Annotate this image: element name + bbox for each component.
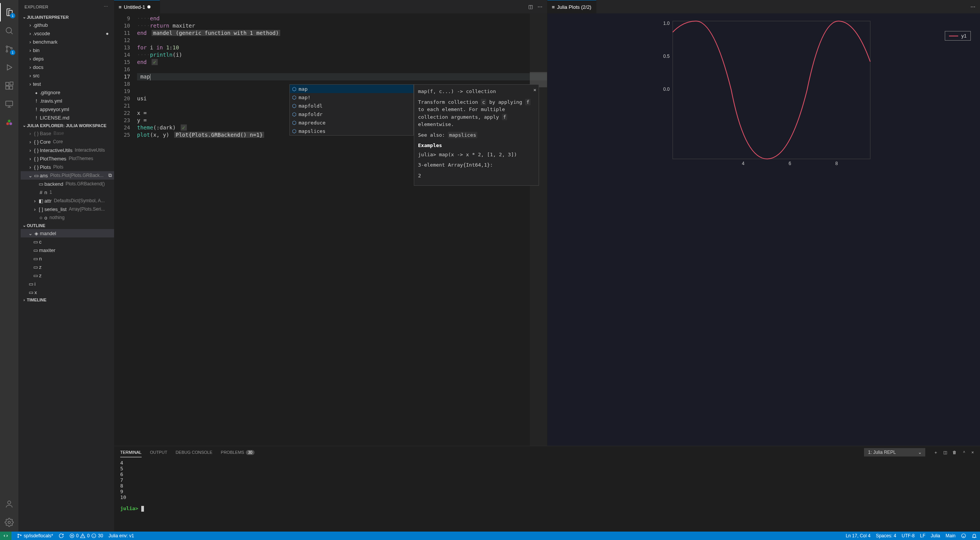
folder-test[interactable]: ›test bbox=[21, 80, 114, 88]
minimap[interactable] bbox=[530, 13, 547, 446]
preview-icon: ≡ bbox=[552, 4, 555, 10]
ws-base[interactable]: ›{ }BaseBase bbox=[21, 129, 114, 137]
outline-c[interactable]: ▭c bbox=[21, 237, 114, 246]
ws-ans[interactable]: ⌄▭ansPlots.Plot{Plots.GRBack...⧉ bbox=[21, 171, 114, 180]
file-gitignore[interactable]: ⬥.gitignore bbox=[21, 88, 114, 97]
ws-ans-attr[interactable]: ›◧attrDefaultsDict{Symbol, A... bbox=[21, 196, 114, 205]
ws-ans-backend[interactable]: ▭backendPlots.GRBackend() bbox=[21, 180, 114, 188]
folder-github[interactable]: ›.github bbox=[21, 21, 114, 29]
file-license[interactable]: !LICENSE.md bbox=[21, 113, 114, 122]
accounts-icon[interactable] bbox=[0, 495, 18, 513]
cursor-position[interactable]: Ln 17, Col 4 bbox=[846, 533, 871, 538]
file-travis[interactable]: !.travis.yml bbox=[21, 97, 114, 105]
ws-ans-n[interactable]: #n1 bbox=[21, 188, 114, 196]
close-panel-icon[interactable]: × bbox=[972, 450, 974, 455]
svg-text:0.5: 0.5 bbox=[663, 54, 670, 59]
terminal-selector[interactable]: 1: Julia REPL⌄ bbox=[864, 448, 925, 457]
tab-terminal[interactable]: TERMINAL bbox=[120, 448, 142, 457]
outline-z1[interactable]: ▭z bbox=[21, 263, 114, 271]
tab-untitled[interactable]: ≡ Untitled-1 bbox=[114, 0, 160, 13]
explorer-icon[interactable]: 1 bbox=[0, 3, 18, 21]
notifications-icon[interactable] bbox=[972, 533, 977, 538]
julia-env[interactable]: Julia env: v1 bbox=[108, 533, 134, 538]
workspace-section[interactable]: ⌄ JULIA EXPLORER: JULIA WORKSPACE bbox=[18, 122, 114, 129]
folder-src[interactable]: ›src bbox=[21, 71, 114, 80]
tab-output[interactable]: OUTPUT bbox=[150, 448, 167, 457]
julia-icon[interactable] bbox=[0, 113, 18, 132]
feedback-icon[interactable] bbox=[961, 533, 966, 538]
remote-indicator[interactable] bbox=[0, 532, 11, 540]
file-appveyor[interactable]: !appveyor.yml bbox=[21, 105, 114, 113]
run-debug-icon[interactable] bbox=[0, 58, 18, 77]
ws-ans-o[interactable]: ○onothing bbox=[21, 213, 114, 222]
sidebar-title: EXPLORER ⋯ bbox=[18, 0, 114, 13]
ws-plots[interactable]: ›{ }PlotsPlots bbox=[21, 163, 114, 171]
suggest-item[interactable]: ⬡map! bbox=[290, 93, 413, 101]
folder-benchmark[interactable]: ›benchmark bbox=[21, 38, 114, 46]
outline-i[interactable]: ▭i bbox=[21, 280, 114, 288]
copy-icon[interactable]: ⧉ bbox=[108, 172, 112, 178]
folder-bin[interactable]: ›bin bbox=[21, 46, 114, 54]
link-mapslices[interactable]: mapslices bbox=[448, 132, 477, 138]
svg-point-27 bbox=[962, 534, 966, 538]
ws-core[interactable]: ›{ }CoreCore bbox=[21, 137, 114, 146]
method-icon: ⬡ bbox=[292, 86, 296, 92]
encoding[interactable]: UTF-8 bbox=[902, 533, 915, 538]
split-editor-icon[interactable]: ◫ bbox=[528, 4, 533, 10]
tab-julia-plots[interactable]: ≡ Julia Plots (2/2) bbox=[547, 0, 596, 13]
maximize-panel-icon[interactable]: ＾ bbox=[962, 450, 966, 455]
outline-mandel[interactable]: ⌄◈mandel bbox=[21, 229, 114, 237]
kill-terminal-icon[interactable]: 🗑 bbox=[952, 450, 957, 455]
ws-plotthemes[interactable]: ›{ }PlotThemesPlotThemes bbox=[21, 154, 114, 163]
svg-rect-4 bbox=[6, 82, 9, 85]
ws-ans-series[interactable]: ›[ ]series_listArray{Plots.Seri... bbox=[21, 205, 114, 213]
split-terminal-icon[interactable]: ◫ bbox=[943, 450, 947, 455]
chevron-down-icon: ⌄ bbox=[21, 123, 27, 128]
tab-debug-console[interactable]: DEBUG CONSOLE bbox=[176, 448, 212, 457]
suggest-item-map[interactable]: ⬡map bbox=[290, 85, 413, 93]
outline-z2[interactable]: ▭z bbox=[21, 271, 114, 280]
outline-x[interactable]: ▭x bbox=[21, 288, 114, 296]
ws-interactive[interactable]: ›{ }InteractiveUtilsInteractiveUtils bbox=[21, 146, 114, 154]
indentation[interactable]: Spaces: 4 bbox=[876, 533, 896, 538]
git-branch[interactable]: sp/isdeflocals* bbox=[17, 533, 53, 538]
remote-explorer-icon[interactable] bbox=[0, 95, 18, 113]
svg-point-2 bbox=[6, 51, 8, 52]
julia-module[interactable]: Main bbox=[946, 533, 956, 538]
search-icon[interactable] bbox=[0, 21, 18, 40]
suggest-item[interactable]: ⬡mapreduce bbox=[290, 118, 413, 127]
timeline-section[interactable]: › TIMELINE bbox=[18, 296, 114, 303]
terminal[interactable]: 4 5 6 7 8 9 10 julia> bbox=[114, 458, 980, 532]
line-gutter: 91011121314 151617181920 2122232425 bbox=[114, 13, 137, 446]
sync-icon[interactable] bbox=[59, 533, 64, 538]
tab-problems[interactable]: PROBLEMS30 bbox=[221, 448, 255, 457]
folder-vscode[interactable]: ›.vscode● bbox=[21, 29, 114, 38]
close-icon[interactable]: × bbox=[533, 86, 536, 94]
more-icon[interactable]: ⋯ bbox=[104, 4, 108, 9]
plot-legend: y1 bbox=[945, 31, 971, 41]
suggest-widget[interactable]: ⬡map ⬡map! ⬡mapfoldl ⬡mapfoldr ⬡mapreduc… bbox=[289, 84, 414, 136]
more-icon[interactable]: ⋯ bbox=[970, 4, 975, 10]
suggest-item[interactable]: ⬡mapfoldl bbox=[290, 101, 413, 110]
outline-section[interactable]: ⌄ OUTLINE bbox=[18, 222, 114, 229]
svg-text:4: 4 bbox=[742, 161, 744, 166]
inline-result: Plot{Plots.GRBackend() n=1} bbox=[174, 132, 265, 138]
code-editor[interactable]: 91011121314 151617181920 2122232425 ····… bbox=[114, 13, 547, 446]
project-section[interactable]: ⌄ JULIAINTERPRETER bbox=[18, 13, 114, 21]
source-control-icon[interactable]: 1 bbox=[0, 40, 18, 58]
outline-maxiter[interactable]: ▭maxiter bbox=[21, 246, 114, 254]
folder-deps[interactable]: ›deps bbox=[21, 54, 114, 63]
extensions-icon[interactable] bbox=[0, 77, 18, 95]
problems-status[interactable]: 0 0 30 bbox=[69, 533, 103, 538]
folder-docs[interactable]: ›docs bbox=[21, 63, 114, 71]
new-terminal-icon[interactable]: ＋ bbox=[934, 450, 938, 455]
outline-n[interactable]: ▭n bbox=[21, 254, 114, 263]
svg-text:8: 8 bbox=[835, 161, 838, 166]
more-icon[interactable]: ⋯ bbox=[537, 4, 542, 10]
suggest-item[interactable]: ⬡mapfoldr bbox=[290, 110, 413, 118]
suggest-item[interactable]: ⬡mapslices bbox=[290, 127, 413, 135]
eol[interactable]: LF bbox=[920, 533, 925, 538]
settings-gear-icon[interactable] bbox=[0, 513, 18, 532]
language-mode[interactable]: Julia bbox=[931, 533, 940, 538]
chevron-right-icon: › bbox=[21, 298, 27, 302]
